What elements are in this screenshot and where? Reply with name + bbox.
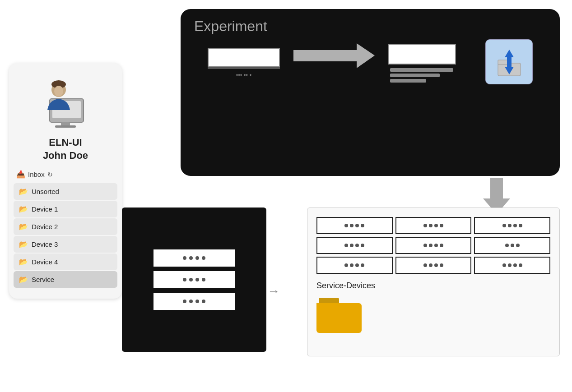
devices-grid (316, 217, 550, 274)
sidebar-item-service[interactable]: 📂 Service (14, 271, 117, 288)
svg-point-6 (54, 86, 63, 97)
refresh-icon[interactable]: ↻ (47, 171, 53, 178)
sidebar-item-label-unsorted: Unsorted (32, 188, 59, 195)
folder-body (316, 303, 362, 333)
device-cell-2-1 (316, 237, 393, 254)
sidebar-item-device2[interactable]: 📂 Device 2 (14, 218, 117, 235)
sidebar: ELN-UI John Doe 📥 Inbox ↻ 📂 Unsorted 📂 D… (9, 63, 122, 299)
inbox-icon: 📥 (16, 170, 25, 179)
folder-yellow (316, 298, 362, 334)
side-arrow: → (267, 284, 280, 299)
sidebar-item-label-device4: Device 4 (32, 258, 58, 266)
sidebar-item-device4[interactable]: 📂 Device 4 (14, 254, 117, 270)
sidebar-username: ELN-UI John Doe (43, 136, 88, 162)
service-devices-box: Service-Devices (307, 208, 560, 356)
sidebar-item-device1[interactable]: 📂 Device 1 (14, 201, 117, 217)
sidebar-item-label-device1: Device 1 (32, 205, 58, 213)
service-data-row-2 (153, 271, 235, 288)
folder-icon-device1: 📂 (19, 205, 28, 213)
data-box-left (208, 48, 280, 67)
service-devices-label: Service-Devices (316, 281, 550, 291)
svg-rect-3 (55, 125, 76, 128)
folder-icon-device2: 📂 (19, 222, 28, 231)
device-cell-2-2 (395, 237, 472, 254)
service-data-row-1 (153, 249, 235, 267)
svg-rect-2 (61, 122, 70, 126)
device-cell-3-3 (474, 257, 550, 274)
sidebar-item-unsorted[interactable]: 📂 Unsorted (14, 183, 117, 200)
device-cell-1-1 (316, 217, 393, 234)
sidebar-item-label-device2: Device 2 (32, 223, 58, 231)
top-data-box (388, 44, 456, 65)
sidebar-item-device3[interactable]: 📂 Device 3 (14, 236, 117, 253)
nav-items: 📂 Unsorted 📂 Device 1 📂 Device 2 📂 Devic… (9, 181, 122, 290)
folder-icon-service: 📂 (19, 275, 28, 284)
left-data-stack: ••• •• • (208, 48, 280, 78)
device-cell-1-3 (474, 217, 550, 234)
folder-icon-unsorted: 📂 (19, 187, 28, 196)
device-cell-3-2 (395, 257, 472, 274)
avatar (36, 74, 95, 133)
service-black-box (122, 208, 266, 352)
sidebar-item-label-service: Service (32, 276, 54, 283)
svg-marker-7 (293, 43, 375, 68)
folder-icon-device3: 📂 (19, 240, 28, 249)
inbox-label: Inbox (28, 171, 45, 178)
right-section (388, 44, 456, 83)
transfer-box (485, 39, 533, 84)
inbox-row: 📥 Inbox ↻ (9, 167, 122, 181)
sidebar-item-label-device3: Device 3 (32, 240, 58, 248)
right-arrow-big (293, 43, 375, 70)
device-cell-2-3 (474, 237, 550, 254)
svg-rect-9 (498, 60, 508, 65)
experiment-box: Experiment ••• •• • (181, 9, 560, 176)
sidebar-avatar-section: ELN-UI John Doe (9, 63, 122, 167)
service-data-row-3 (153, 293, 235, 310)
stacked-lines (388, 68, 456, 83)
device-cell-1-2 (395, 217, 472, 234)
device-cell-3-1 (316, 257, 393, 274)
folder-icon-device4: 📂 (19, 258, 28, 266)
experiment-label: Experiment (194, 18, 546, 35)
